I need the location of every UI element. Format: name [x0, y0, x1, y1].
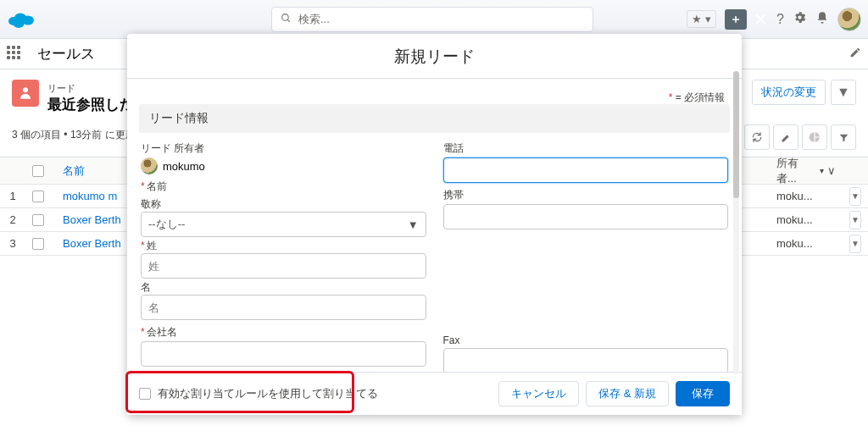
save-and-new-button[interactable]: 保存 & 新規: [586, 381, 669, 406]
owner-label: リード 所有者: [141, 141, 426, 156]
name-label: 名前: [141, 180, 426, 194]
phone-label: 電話: [443, 141, 729, 156]
section-lead-info: リード情報: [139, 104, 730, 133]
salutation-label: 敬称: [141, 198, 161, 210]
fax-label: Fax: [443, 334, 729, 346]
owner-value: mokumo: [141, 157, 426, 174]
phone-input[interactable]: [443, 157, 729, 183]
chevron-down-icon: ▼: [408, 218, 419, 231]
modal-title: 新規リード: [127, 34, 742, 79]
new-lead-modal: 新規リード * = 必須情報 リード情報 リード 所有者 mokumo 名前 敬…: [127, 34, 742, 415]
modal-scrollbar[interactable]: [733, 71, 739, 374]
save-button[interactable]: 保存: [676, 381, 730, 406]
firstname-label: 名: [141, 281, 151, 293]
assignment-rule-checkbox[interactable]: [139, 388, 151, 400]
lastname-input[interactable]: [141, 253, 426, 279]
company-label: 会社名: [141, 325, 426, 340]
firstname-input[interactable]: [141, 295, 426, 320]
assignment-rule-label: 有効な割り当てルールを使用して割り当てる: [158, 386, 378, 401]
required-hint: * = 必須情報: [669, 91, 725, 105]
mobile-input[interactable]: [443, 204, 729, 229]
company-input[interactable]: [141, 341, 426, 367]
salutation-select[interactable]: --なし--▼: [141, 212, 426, 237]
lastname-label: 姓: [141, 240, 157, 251]
fax-input[interactable]: [443, 348, 729, 372]
mobile-label: 携帯: [443, 188, 729, 202]
cancel-button[interactable]: キャンセル: [498, 381, 579, 406]
